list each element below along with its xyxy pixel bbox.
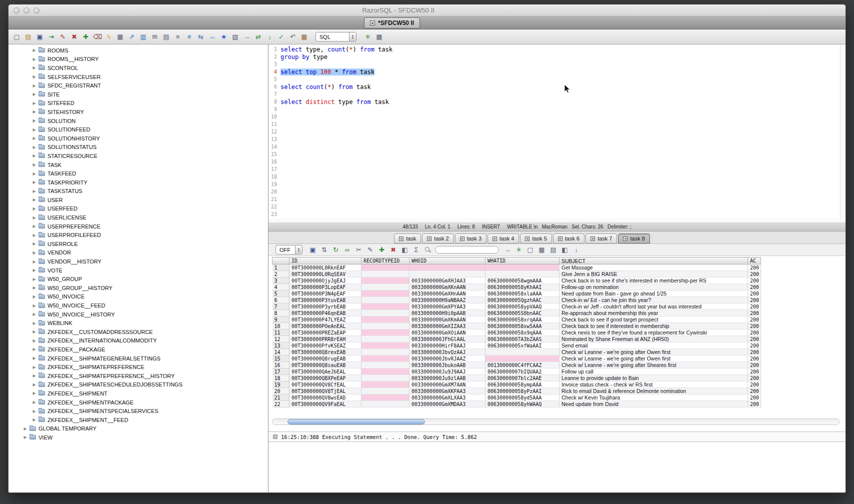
editor-line[interactable]: 5 xyxy=(268,76,846,83)
cell[interactable] xyxy=(486,271,560,278)
window-titlebar[interactable]: RazorSQL - SFDCW50 II xyxy=(8,4,846,16)
cell[interactable] xyxy=(486,356,560,362)
result-tab[interactable]: task 7 xyxy=(586,234,617,244)
cell[interactable] xyxy=(486,264,560,271)
tree-item[interactable]: ▶VIEW xyxy=(8,433,268,442)
column-header[interactable]: AC xyxy=(748,258,761,264)
format-sql-icon[interactable]: ≡ xyxy=(185,32,194,41)
tree-item[interactable]: ▶ZKFEDEX__SHIPMATESCHEDULEDJOBSSETTINGS xyxy=(8,380,268,390)
cell[interactable]: 0033000000JbvRJAAZ xyxy=(410,356,486,362)
cell[interactable]: Check-in w/ Jeff - couldn't afford last … xyxy=(560,304,748,310)
list-icon[interactable]: ≡ xyxy=(174,32,182,41)
cell[interactable]: 00630000007blc2AAE xyxy=(486,375,560,382)
cell[interactable] xyxy=(362,394,410,401)
editor-v-scrollbar[interactable] xyxy=(840,44,846,218)
editor-line[interactable]: 11 xyxy=(268,120,846,128)
cell[interactable]: 200 xyxy=(748,368,761,375)
expand-arrow-icon[interactable]: ▶ xyxy=(32,382,37,387)
view-table-icon[interactable]: ▦ xyxy=(538,246,546,254)
cell[interactable]: Follow up call xyxy=(560,368,748,375)
cell[interactable]: 00T3000000L0RqSEAV xyxy=(290,271,362,278)
stepper-icon[interactable] xyxy=(295,246,302,254)
tree-item[interactable]: ▶TASKFEED xyxy=(8,169,268,178)
editor-line[interactable]: 21 xyxy=(268,196,846,203)
tree-item[interactable]: ▶ZKFEDEX__SHIPMATEPREFERENCE xyxy=(8,362,268,372)
tree-item[interactable]: ▶ZKFEDEX__INTERNATIONALCOMMODITY xyxy=(8,336,268,346)
expand-arrow-icon[interactable]: ▶ xyxy=(32,250,37,255)
cell[interactable]: Give Jenn a BIG RAISE xyxy=(560,271,748,278)
go-forward-icon[interactable]: → xyxy=(242,32,251,41)
tree-item[interactable]: ▶ZKFEDEX__SHIPMATEGENERALSETTINGS xyxy=(8,354,268,363)
table-row[interactable]: 1300T3000000PfvKSEAZ0033000000HirF8AAJ00… xyxy=(272,342,761,349)
tree-item[interactable]: ▶ZKFEDEX__SHIPMENT__FEED xyxy=(8,416,268,424)
expand-arrow-icon[interactable]: ▶ xyxy=(32,206,37,211)
column-header[interactable]: WHOID xyxy=(410,258,486,264)
compress-sql-icon[interactable]: ⇆ xyxy=(196,32,205,41)
tree-item[interactable]: ▶USERPROFILEFEED xyxy=(8,230,268,240)
document-tab[interactable]: *SFDCW50 II xyxy=(364,18,420,28)
cell[interactable]: 00T3000000QV8TjEAL xyxy=(290,388,362,394)
insert-row-icon[interactable]: ✚ xyxy=(378,246,386,254)
cell[interactable] xyxy=(362,336,410,342)
expand-arrow-icon[interactable]: ▶ xyxy=(32,118,37,123)
result-tab[interactable]: task 6 xyxy=(553,234,584,244)
editor-line[interactable]: 22 xyxy=(268,203,846,210)
expand-arrow-icon[interactable]: ▶ xyxy=(32,347,37,352)
cell[interactable]: 00T3000000P3tuvEAB xyxy=(290,297,362,304)
cell[interactable] xyxy=(362,310,410,316)
expand-arrow-icon[interactable]: ▶ xyxy=(32,162,37,167)
tree-item[interactable]: ▶SOLUTION xyxy=(8,116,268,126)
tree-item[interactable]: ▶WEBLINK xyxy=(8,318,268,328)
undo-icon[interactable]: ↶ xyxy=(288,32,297,41)
expand-arrow-icon[interactable]: ▶ xyxy=(32,330,37,334)
cell[interactable]: 006300000058xrqAAA xyxy=(486,316,560,323)
table-row[interactable]: 100T3000000L0RknEAFGet Massage200 xyxy=(272,264,761,271)
cell[interactable]: 0033000000GmXOiAAN xyxy=(410,330,486,336)
grid-settings-icon[interactable]: ✳ xyxy=(514,246,523,254)
cell[interactable]: Send email xyxy=(560,342,748,349)
tree-item[interactable]: ▶W50_INVOICE__FEED xyxy=(8,301,268,310)
table-row[interactable]: 1800T3000000QBXPeEAP0033000000Ju9zlAAB00… xyxy=(272,375,761,382)
tree-item[interactable]: ▶SOLUTIONHISTORY xyxy=(8,134,268,143)
tree-item[interactable]: ▶SCONTROL xyxy=(8,64,268,72)
tree-item[interactable]: ▶TASKSTATUS xyxy=(8,187,268,196)
expand-arrow-icon[interactable]: ▶ xyxy=(32,321,37,326)
zoom-button[interactable] xyxy=(34,8,40,14)
expand-arrow-icon[interactable]: ▶ xyxy=(22,435,28,440)
editor-line[interactable]: 2group by type xyxy=(268,53,846,60)
expand-arrow-icon[interactable]: ▶ xyxy=(32,312,37,316)
cell[interactable] xyxy=(362,297,410,304)
tree-item[interactable]: ▶SOLUTIONFEED xyxy=(8,125,268,134)
edit-cell-icon[interactable]: ✎ xyxy=(366,246,374,254)
cell[interactable]: Leanne to provide update to Bain xyxy=(560,375,748,382)
editor-line[interactable]: 4select top 100 * from task xyxy=(268,68,846,76)
table-row[interactable]: 1900T3000000QV8CfEAL0033000000GmXM7AAN00… xyxy=(272,382,761,388)
tree-item[interactable]: ▶ZKFEDEX__SHIPMENTSPECIALSERVICES xyxy=(8,406,268,416)
cell[interactable]: 0033000000GmXPYAA3 xyxy=(410,304,486,310)
tree-item[interactable]: ▶W50_GROUP__HISTORY xyxy=(8,284,268,292)
table-row[interactable]: 500T3000000P3N4pEAF0033000000GmXHnAAN006… xyxy=(272,290,761,297)
cell[interactable]: 00T3000000QV8wsEAD xyxy=(290,394,362,401)
sql-editor[interactable]: 1select type, count(*) from task2group b… xyxy=(268,44,846,218)
tree-item[interactable]: ▶ZKFEDEX__CUSTOMADDRESSSOURCE xyxy=(8,328,268,336)
cell[interactable]: 00T3000000P3LopEAF xyxy=(290,284,362,290)
tree-item[interactable]: ▶VOTE xyxy=(8,266,268,275)
minimize-button[interactable] xyxy=(24,8,30,14)
table-row[interactable]: 400T3000000P3LopEAF0033000000GmXKnAAN006… xyxy=(272,284,761,290)
cell[interactable]: 0033000000GmXMDAA3 xyxy=(410,401,486,408)
editor-line[interactable]: 14 xyxy=(268,143,846,150)
cell[interactable]: 00T3000000QV8CfEAL xyxy=(290,382,362,388)
column-header[interactable]: ID xyxy=(290,258,362,264)
editor-line[interactable]: 6select count(*) from task xyxy=(268,83,846,90)
swap-icon[interactable]: ⇄ xyxy=(254,32,262,41)
cell[interactable]: 0033000000Ju9zlAAB xyxy=(410,375,486,382)
cell[interactable]: 200 xyxy=(748,278,761,284)
cell[interactable] xyxy=(362,323,410,330)
edit-query-icon[interactable]: ▢ xyxy=(526,246,534,254)
cell[interactable]: 200 xyxy=(748,382,761,388)
table-row[interactable]: 800T3000000P46qnEAB0033000000H9i0pAAB006… xyxy=(272,310,761,316)
tree-item[interactable]: ▶SITE xyxy=(8,90,268,99)
column-header[interactable]: WHATID xyxy=(486,258,560,264)
cell[interactable]: 006300000058ypVAAQ xyxy=(486,304,560,310)
cell[interactable]: 006300000058yd5AAA xyxy=(486,394,560,401)
